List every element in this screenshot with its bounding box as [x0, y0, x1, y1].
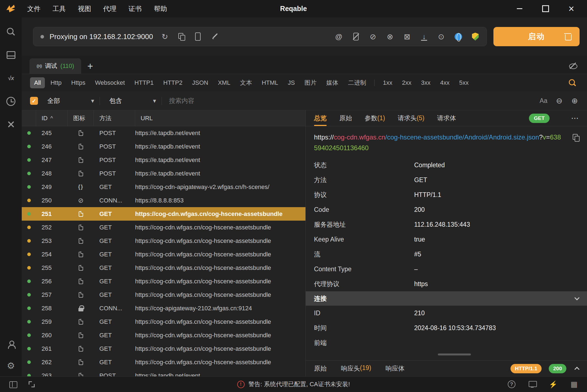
filter-chip[interactable]: All — [30, 77, 45, 88]
table-row[interactable]: 245 POST https://e.tapdb.net/event — [22, 126, 305, 140]
filter-chip[interactable]: 4xx — [436, 77, 454, 88]
remove-condition-icon[interactable] — [555, 97, 563, 105]
filter-chip[interactable]: 1xx — [379, 77, 396, 88]
header-method-col[interactable]: 方法 — [94, 110, 135, 126]
search-scope-dropdown[interactable]: 全部 — [38, 97, 100, 105]
proxy-address-bar[interactable]: Proxying on 192.168.2.102:9000 — [33, 27, 487, 46]
menu-item[interactable]: 文件 — [23, 3, 45, 15]
user-icon[interactable] — [6, 340, 16, 349]
table-row[interactable]: 262 GET https://cog-cdn.wfgas.cn/cog-hsc… — [22, 355, 305, 369]
match-case-toggle[interactable]: Aa — [540, 97, 547, 105]
search-enabled-checkbox[interactable] — [30, 97, 38, 105]
chevron-up-icon[interactable] — [574, 367, 579, 372]
table-row[interactable]: 254 GET https://cog-cdn.wfgas.cn/cog-hsc… — [22, 248, 305, 261]
table-row[interactable]: 261 GET https://cog-cdn.wfgas.cn/cog-hsc… — [22, 342, 305, 355]
filter-chip[interactable]: HTTP1 — [130, 77, 158, 88]
filter-chip[interactable]: JS — [284, 77, 299, 88]
table-row[interactable]: 249 GET https://cog-cdn-apigateway-v2.wf… — [22, 180, 305, 194]
settings-icon[interactable] — [6, 361, 16, 370]
toolbox-icon[interactable] — [6, 120, 16, 129]
detail-tab[interactable]: 参数(1) — [365, 110, 385, 126]
table-row[interactable]: 256 GET https://cog-cdn.wfgas.cn/cog-hsc… — [22, 275, 305, 288]
filter-chip[interactable]: 二进制 — [344, 77, 370, 89]
response-tab[interactable]: 响应体 — [386, 364, 405, 373]
filter-chip[interactable]: 5xx — [455, 77, 473, 88]
maximize-button[interactable] — [541, 5, 550, 13]
filter-chip[interactable]: Http — [46, 77, 65, 88]
download-icon[interactable] — [420, 32, 428, 41]
filter-chip[interactable]: 媒体 — [322, 77, 342, 89]
filter-chip[interactable]: HTTP2 — [159, 77, 187, 88]
table-row[interactable]: 247 POST https://e.tapdb.net/event — [22, 153, 305, 167]
copy-url-icon[interactable] — [572, 133, 580, 142]
edit-icon[interactable] — [210, 32, 219, 41]
table-row[interactable]: 263 POST https://e.tapdb.net/event — [22, 369, 305, 376]
bug-off-icon[interactable] — [386, 32, 394, 41]
script-block-icon[interactable] — [403, 32, 411, 41]
table-row[interactable]: 255 GET https://cog-cdn.wfgas.cn/cog-hsc… — [22, 261, 305, 275]
table-row[interactable]: 258 CONN... https://cog-apigateway-2102.… — [22, 301, 305, 315]
horizontal-scrollbar[interactable] — [438, 353, 471, 355]
search-input[interactable] — [169, 97, 535, 105]
detail-tab[interactable]: 请求体 — [437, 110, 456, 126]
header-id-col[interactable]: ID — [36, 110, 68, 126]
table-row[interactable]: 259 GET https://cog-cdn.wfgas.cn/cog-hsc… — [22, 315, 305, 328]
debug-icon[interactable] — [6, 27, 16, 37]
tab-debug[interactable]: 调试 (110) — [29, 58, 81, 74]
search-icon[interactable] — [568, 79, 577, 87]
copy-icon[interactable] — [177, 32, 185, 41]
menu-item[interactable]: 代理 — [99, 3, 121, 15]
response-tab[interactable]: 响应头(19) — [341, 364, 371, 373]
dashboard-icon[interactable] — [437, 32, 445, 41]
add-condition-icon[interactable] — [570, 97, 579, 105]
history-icon[interactable] — [6, 97, 16, 106]
detail-tab[interactable]: 总览 — [314, 110, 327, 126]
globe-icon[interactable] — [454, 32, 462, 41]
panel-toggle-icon[interactable] — [9, 380, 17, 388]
filter-chip[interactable]: 图片 — [300, 77, 321, 89]
filter-chip[interactable]: Https — [67, 77, 89, 88]
menu-item[interactable]: 证书 — [124, 3, 146, 15]
filter-chip[interactable]: JSON — [188, 77, 212, 88]
plug-off-icon[interactable] — [369, 32, 377, 41]
table-row[interactable]: 260 GET https://cog-cdn.wfgas.cn/cog-hsc… — [22, 328, 305, 342]
filter-chip[interactable]: 文本 — [236, 77, 256, 89]
search-mode-dropdown[interactable]: 包含 — [100, 97, 162, 105]
filter-chip[interactable]: HTML — [258, 77, 282, 88]
functions-icon[interactable] — [6, 73, 16, 83]
menu-item[interactable]: 视图 — [73, 3, 96, 15]
table-row[interactable]: 246 POST https://e.tapdb.net/event — [22, 140, 305, 153]
menu-item[interactable]: 帮助 — [149, 3, 172, 15]
at-sign-icon[interactable] — [335, 32, 343, 41]
menu-item[interactable]: 工具 — [48, 3, 70, 15]
close-button[interactable] — [567, 5, 575, 13]
minimize-button[interactable] — [515, 5, 524, 13]
more-menu-icon[interactable] — [571, 114, 579, 123]
refresh-icon[interactable] — [161, 32, 169, 41]
table-row[interactable]: 253 GET https://cog-cdn.wfgas.cn/cog-hsc… — [22, 234, 305, 248]
table-row[interactable]: 248 POST https://e.tapdb.net/event — [22, 167, 305, 180]
phone-disconnect-icon[interactable] — [352, 32, 360, 41]
feedback-icon[interactable] — [528, 380, 536, 388]
new-tab-button[interactable] — [87, 62, 93, 70]
eye-off-icon[interactable] — [568, 62, 577, 70]
grid-icon[interactable] — [570, 380, 578, 388]
connection-section-header[interactable]: 连接 — [306, 291, 587, 306]
help-icon[interactable] — [508, 380, 515, 388]
filter-chip[interactable]: 3xx — [417, 77, 435, 88]
table-row[interactable]: 250 CONN... https://8.8.8.8:853 — [22, 194, 305, 207]
header-icon-col[interactable]: 图标 — [68, 110, 94, 126]
response-tab[interactable]: 原始 — [314, 364, 327, 373]
start-button[interactable]: 启动 — [493, 27, 580, 46]
shield-icon[interactable] — [471, 32, 479, 41]
collections-icon[interactable] — [6, 50, 16, 60]
phone-icon[interactable] — [194, 32, 202, 41]
fullscreen-icon[interactable] — [28, 380, 36, 388]
table-row[interactable]: 252 GET https://cog-cdn.wfgas.cn/cog-hsc… — [22, 221, 305, 234]
detail-tab[interactable]: 请求头(5) — [398, 110, 424, 126]
header-url-col[interactable]: URL — [135, 110, 305, 126]
filter-chip[interactable]: 2xx — [398, 77, 416, 88]
flash-icon[interactable] — [549, 380, 557, 388]
detail-tab[interactable]: 原始 — [339, 110, 352, 126]
table-row[interactable]: 251 GET https://cog-cdn.wfgas.cn/cog-hsc… — [22, 207, 305, 221]
